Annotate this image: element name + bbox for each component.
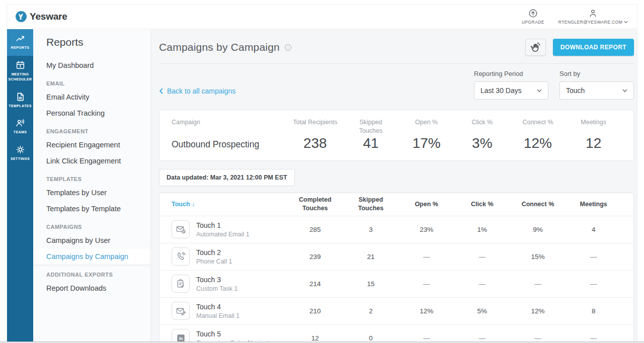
cell-connect: — bbox=[510, 334, 566, 341]
chevron-left-icon bbox=[159, 88, 163, 94]
back-to-campaigns-link[interactable]: Back to all campaigns bbox=[159, 87, 235, 95]
column-header-click[interactable]: Click % bbox=[454, 200, 510, 209]
rail-item-templates[interactable]: TEMPLATES bbox=[7, 88, 33, 114]
main-content: Campaigns by Campaign DOWNLOAD REPORT bbox=[151, 29, 637, 341]
summary-label: Skipped Touches bbox=[343, 118, 399, 135]
cell-connect: 9% bbox=[510, 226, 566, 233]
walkthrough-button[interactable] bbox=[525, 39, 546, 56]
yesware-logo-icon bbox=[15, 11, 27, 23]
person-icon bbox=[588, 9, 598, 18]
summary-label: Click % bbox=[454, 118, 510, 127]
touch-title: Touch 2 bbox=[196, 248, 232, 256]
touch-subtitle: Custom Task 1 bbox=[196, 285, 237, 292]
sidebar-item-my-dashboard[interactable]: My Dashboard bbox=[33, 57, 150, 73]
summary-value: 12 bbox=[566, 135, 621, 151]
cell-completed-touches: 239 bbox=[287, 253, 343, 261]
summary-col-connect: Connect %12% bbox=[510, 118, 566, 151]
custom-task-icon bbox=[172, 275, 190, 293]
touch-title: Touch 1 bbox=[196, 221, 250, 229]
yesware-logo[interactable]: Yesware bbox=[15, 11, 67, 23]
cell-completed-touches: 214 bbox=[287, 280, 343, 288]
column-header-completed-touches[interactable]: Completed Touches bbox=[287, 196, 343, 213]
automated-email-icon bbox=[172, 220, 190, 238]
rail-item-label: REPORTS bbox=[11, 45, 30, 51]
touch-cell: Touch 3Custom Task 1 bbox=[172, 275, 287, 293]
touch-cell: Touch 1Automated Email 1 bbox=[172, 220, 287, 238]
cell-skipped-touches: 15 bbox=[343, 280, 399, 288]
sidebar-item-personal-tracking[interactable]: Personal Tracking bbox=[33, 105, 150, 121]
app-window: Yesware UPGRADE RTENGLER@YESWARE.COM bbox=[7, 4, 637, 341]
cell-completed-touches: 210 bbox=[287, 307, 343, 315]
summary-col-click: Click %3% bbox=[454, 118, 510, 151]
cell-click: — bbox=[454, 334, 510, 341]
column-header-meetings[interactable]: Meetings bbox=[566, 200, 621, 209]
reporting-period-select[interactable]: Last 30 Days bbox=[474, 81, 548, 100]
info-icon[interactable] bbox=[284, 44, 292, 51]
rail-item-label: SETTINGS bbox=[11, 156, 30, 162]
nav-section-campaigns: CAMPAIGNS bbox=[33, 217, 150, 232]
table-row-touch-5[interactable]: inTouch 5Connect on Sales Navigator120——… bbox=[159, 324, 633, 341]
sort-by-select[interactable]: Touch bbox=[559, 81, 634, 100]
table-header-row: Touch ↓Completed TouchesSkipped TouchesO… bbox=[159, 193, 633, 216]
table-row-touch-3[interactable]: Touch 3Custom Task 121415———— bbox=[159, 270, 633, 297]
sidebar-item-campaigns-by-user[interactable]: Campaigns by User bbox=[33, 232, 150, 248]
cell-skipped-touches: 2 bbox=[343, 307, 399, 315]
account-menu[interactable]: RTENGLER@YESWARE.COM bbox=[558, 9, 628, 25]
nav-section-email: EMAIL bbox=[33, 73, 150, 89]
summary-value: 3% bbox=[454, 135, 510, 151]
touch-cell: Touch 2Phone Call 1 bbox=[172, 247, 287, 266]
column-header-connect[interactable]: Connect % bbox=[510, 200, 566, 209]
waving-hand-icon bbox=[530, 42, 541, 53]
upgrade-button[interactable]: UPGRADE bbox=[522, 9, 544, 25]
download-report-button[interactable]: DOWNLOAD REPORT bbox=[553, 39, 634, 56]
cell-skipped-touches: 21 bbox=[343, 253, 399, 261]
cell-open: 12% bbox=[398, 307, 454, 315]
table-row-touch-2[interactable]: Touch 2Phone Call 123921——15%— bbox=[159, 243, 633, 270]
rail-item-reports[interactable]: REPORTS bbox=[7, 29, 33, 56]
cell-connect: 12% bbox=[510, 307, 566, 315]
summary-col-total-recipients: Total Recipients238 bbox=[287, 118, 343, 151]
page-title: Campaigns by Campaign bbox=[159, 41, 280, 53]
summary-value: 12% bbox=[510, 135, 566, 151]
phone-call-icon bbox=[172, 247, 190, 266]
summary-value: 17% bbox=[398, 135, 454, 151]
sidebar-item-report-downloads[interactable]: Report Downloads bbox=[33, 280, 150, 296]
cell-open: 23% bbox=[398, 226, 454, 233]
sidebar-item-campaigns-by-campaign[interactable]: Campaigns by Campaign bbox=[33, 248, 150, 265]
sidebar-item-link-click-engagement[interactable]: Link Click Engagement bbox=[33, 153, 150, 169]
gear-icon bbox=[16, 145, 25, 154]
column-header-touch[interactable]: Touch ↓ bbox=[172, 200, 287, 209]
sort-by-label: Sort by bbox=[559, 70, 634, 77]
chevron-down-icon bbox=[537, 89, 542, 93]
document-icon bbox=[16, 92, 25, 102]
sidebar-item-templates-by-template[interactable]: Templates by Template bbox=[33, 201, 150, 217]
svg-text:in: in bbox=[179, 336, 183, 341]
rail-item-teams[interactable]: TEAMS bbox=[7, 114, 33, 140]
rail-item-settings[interactable]: SETTINGS bbox=[7, 140, 33, 167]
linkedin-icon: in bbox=[172, 329, 190, 341]
touch-cell: Touch 4Manual Email 1 bbox=[172, 302, 287, 320]
table-row-touch-4[interactable]: Touch 4Manual Email 1210212%5%12%8 bbox=[159, 297, 633, 324]
cell-meetings: — bbox=[566, 253, 621, 261]
sidebar-item-templates-by-user[interactable]: Templates by User bbox=[33, 185, 150, 201]
cell-connect: 15% bbox=[510, 253, 566, 261]
cell-meetings: — bbox=[566, 280, 621, 288]
touches-table: Touch ↓Completed TouchesSkipped TouchesO… bbox=[159, 193, 634, 341]
people-icon bbox=[16, 118, 25, 128]
svg-text:1: 1 bbox=[19, 64, 21, 68]
cell-skipped-touches: 0 bbox=[343, 334, 399, 341]
touch-title: Touch 5 bbox=[196, 330, 275, 338]
sidebar-item-recipient-engagement[interactable]: Recipient Engagement bbox=[33, 137, 150, 153]
table-row-touch-1[interactable]: Touch 1Automated Email 1285323%1%9%4 bbox=[159, 216, 633, 243]
touch-title: Touch 3 bbox=[196, 276, 237, 284]
touch-subtitle: Phone Call 1 bbox=[196, 258, 232, 265]
cell-open: — bbox=[398, 253, 454, 261]
column-header-skipped-touches[interactable]: Skipped Touches bbox=[343, 196, 399, 213]
summary-value: 41 bbox=[343, 135, 399, 151]
rail-item-meeting-scheduler[interactable]: 1MEETING SCHEDULER bbox=[7, 56, 33, 88]
summary-col-campaign: CampaignOutbound Prospecting bbox=[172, 118, 287, 151]
column-header-open[interactable]: Open % bbox=[398, 200, 454, 209]
cell-meetings: 4 bbox=[566, 226, 621, 233]
summary-campaign-name: Outbound Prospecting bbox=[172, 139, 287, 151]
sidebar-item-email-activity[interactable]: Email Activity bbox=[33, 89, 150, 105]
